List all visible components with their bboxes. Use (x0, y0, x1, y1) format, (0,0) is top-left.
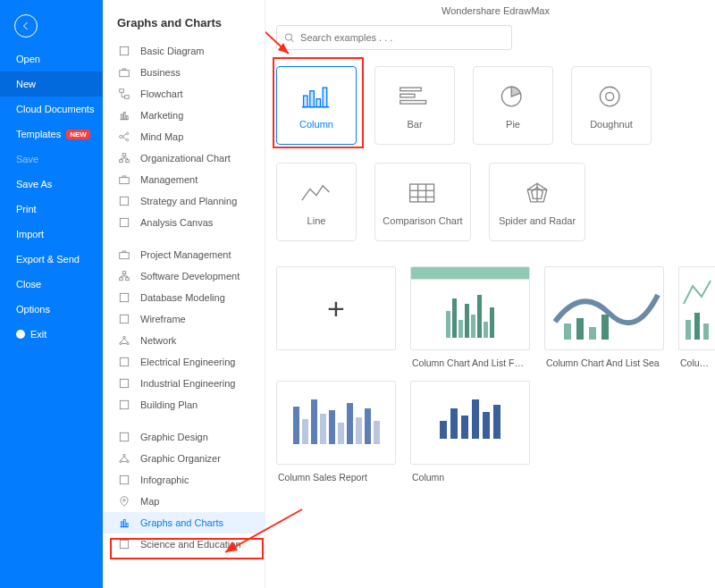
category-icon (117, 65, 131, 80)
template-item[interactable]: Column Chart And List Sea (544, 266, 664, 368)
category-item[interactable]: Business (103, 62, 265, 83)
card-bar[interactable]: Bar (374, 66, 455, 145)
category-item[interactable]: Management (103, 169, 265, 190)
template-item[interactable]: Column (410, 381, 530, 483)
search-box[interactable] (276, 25, 512, 50)
category-icon (117, 290, 131, 305)
menu-templates[interactable]: TemplatesNEW (0, 122, 103, 147)
menu-exit[interactable]: Exit (0, 322, 103, 347)
category-icon (117, 312, 131, 326)
svg-rect-69 (694, 313, 700, 340)
svg-rect-39 (120, 540, 128, 548)
category-item[interactable]: Wireframe (103, 308, 265, 330)
menu-export-send[interactable]: Export & Send (0, 247, 103, 272)
svg-rect-70 (703, 323, 709, 340)
category-item[interactable]: Basic Diagram (103, 40, 265, 62)
menu-new[interactable]: New (0, 71, 103, 97)
category-item[interactable]: Analysis Canvas (103, 212, 265, 233)
category-item[interactable]: Graphic Organizer (103, 448, 265, 469)
card-pie[interactable]: Pie (473, 66, 553, 145)
menu-print[interactable]: Print (0, 197, 103, 222)
category-icon (117, 398, 131, 412)
svg-rect-49 (400, 101, 426, 105)
svg-rect-18 (122, 272, 126, 274)
menu-close[interactable]: Close (0, 272, 103, 297)
category-label: Strategy and Planning (140, 196, 237, 206)
menu-cloud-documents[interactable]: Cloud Documents (0, 97, 103, 122)
category-icon (117, 355, 131, 369)
category-icon (117, 494, 131, 508)
category-item[interactable]: Mind Map (103, 126, 265, 147)
template-preview-icon (546, 268, 662, 349)
category-icon (117, 269, 131, 283)
template-item[interactable]: Column Cha (678, 266, 715, 368)
template-caption: Column Cha (678, 350, 715, 368)
category-icon (117, 516, 131, 530)
card-line[interactable]: Line (276, 163, 357, 241)
category-item[interactable]: Infographic (103, 469, 265, 491)
category-item[interactable]: Graphic Design (103, 426, 265, 448)
svg-rect-66 (589, 327, 596, 340)
menu-import[interactable]: Import (0, 222, 103, 247)
card-column[interactable]: Column (276, 66, 357, 145)
svg-rect-0 (120, 46, 128, 55)
category-item[interactable]: Building Plan (103, 394, 265, 416)
category-item[interactable]: Organizational Chart (103, 147, 265, 169)
svg-point-34 (123, 500, 125, 501)
category-item[interactable]: Network (103, 330, 265, 351)
svg-rect-14 (120, 178, 130, 184)
doughnut-chart-icon (595, 83, 627, 110)
card-spider[interactable]: Spider and Radar (489, 163, 585, 241)
svg-rect-7 (126, 116, 128, 120)
svg-point-30 (123, 454, 125, 456)
search-input[interactable] (300, 32, 504, 43)
template-item[interactable]: Column Sales Report (276, 381, 396, 483)
comparison-chart-icon (407, 180, 439, 206)
svg-rect-22 (120, 315, 128, 323)
svg-point-52 (606, 93, 614, 101)
category-item[interactable]: Map (103, 491, 265, 512)
template-item[interactable]: Column Chart And List Fade (410, 266, 530, 368)
category-item[interactable]: Industrial Engineering (103, 373, 265, 394)
svg-rect-16 (120, 218, 128, 226)
category-item[interactable]: Project Management (103, 244, 265, 265)
menu-options[interactable]: Options (0, 297, 103, 322)
category-label: Basic Diagram (140, 46, 205, 56)
category-item[interactable]: Marketing (103, 105, 265, 126)
menu-open[interactable]: Open (0, 46, 103, 71)
category-item[interactable]: Flowchart (103, 83, 265, 105)
svg-rect-27 (120, 379, 128, 387)
svg-rect-19 (120, 278, 123, 281)
category-label: Flowchart (140, 88, 183, 99)
category-icon (117, 215, 131, 230)
card-doughnut[interactable]: Doughnut (571, 66, 652, 145)
bar-chart-icon (399, 83, 431, 110)
category-icon (117, 151, 131, 165)
category-icon (117, 430, 131, 444)
category-icon (117, 473, 131, 487)
category-item[interactable]: Database Modeling (103, 287, 265, 308)
card-label: Bar (407, 119, 422, 130)
card-comparison[interactable]: Comparison Chart (374, 163, 471, 241)
category-item[interactable]: Strategy and Planning (103, 190, 265, 212)
svg-rect-2 (120, 89, 124, 93)
svg-rect-21 (120, 293, 128, 301)
category-label: Management (140, 174, 198, 185)
category-label: Business (140, 67, 181, 78)
svg-rect-38 (126, 524, 128, 527)
menu-save: Save (0, 147, 103, 172)
app-title: Wondershare EdrawMax (276, 0, 715, 18)
category-item[interactable]: Science and Education (103, 533, 265, 555)
category-item[interactable]: Software Development (103, 265, 265, 287)
category-label: Graphic Organizer (140, 453, 221, 464)
category-item[interactable]: Electrical Engineering (103, 351, 265, 373)
exit-icon (16, 330, 25, 339)
card-label: Doughnut (590, 119, 633, 130)
template-blank[interactable]: + (276, 266, 396, 368)
menu-save-as[interactable]: Save As (0, 172, 103, 197)
category-label: Graphs and Charts (140, 517, 223, 528)
category-label: Industrial Engineering (140, 378, 235, 389)
svg-rect-64 (564, 323, 571, 340)
back-button[interactable] (14, 14, 38, 38)
category-item[interactable]: Graphs and Charts (103, 512, 265, 533)
